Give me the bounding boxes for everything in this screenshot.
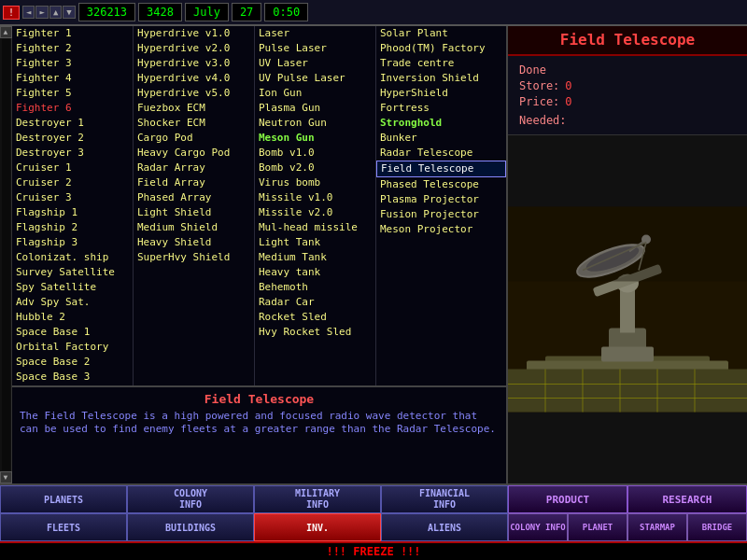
list-item[interactable]: Fusion Projector: [376, 207, 506, 222]
list-item[interactable]: Hyperdrive v2.0: [134, 41, 254, 56]
arrow-left[interactable]: ◄: [22, 6, 35, 19]
list-item[interactable]: Phood(TM) Factory: [376, 41, 506, 56]
list-item[interactable]: Ion Gun: [255, 86, 375, 101]
list-item[interactable]: Space Base 3: [12, 370, 133, 385]
list-item[interactable]: Missile v1.0: [255, 190, 375, 205]
planet-btn[interactable]: PLANET: [568, 513, 627, 541]
list-item[interactable]: Rocket Sled: [255, 310, 375, 325]
list-item[interactable]: Colonizat. ship: [12, 250, 133, 265]
list-item[interactable]: Solar Plant: [376, 26, 506, 41]
list-item[interactable]: Light Shield: [134, 205, 254, 220]
list-item[interactable]: Fighter 4: [12, 71, 133, 86]
list-item[interactable]: Bomb v1.0: [255, 146, 375, 161]
list-item[interactable]: SuperHvy Shield: [134, 250, 254, 265]
list-item[interactable]: Heavy Cargo Pod: [134, 146, 254, 161]
list-item[interactable]: Stronghold: [376, 116, 506, 131]
list-item[interactable]: Survey Satellite: [12, 265, 133, 280]
arrow-down[interactable]: ▼: [63, 6, 75, 19]
col2: Hyperdrive v1.0Hyperdrive v2.0Hyperdrive…: [134, 26, 255, 385]
list-item[interactable]: Flagship 2: [12, 220, 133, 235]
list-item[interactable]: Space Base 1: [12, 325, 133, 340]
list-item[interactable]: Meson Gun: [255, 131, 375, 146]
list-item[interactable]: Fighter 5: [12, 86, 133, 101]
list-item[interactable]: Hvy Rocket Sled: [255, 325, 375, 340]
list-item[interactable]: Fuezbox ECM: [134, 101, 254, 116]
list-item[interactable]: Cruiser 3: [12, 190, 133, 205]
list-item[interactable]: Fighter 2: [12, 41, 133, 56]
colony-info-2-btn[interactable]: COLONY INFO: [508, 513, 568, 541]
buildings-btn[interactable]: BUILDINGS: [127, 513, 254, 541]
list-item[interactable]: Hyperdrive v4.0: [134, 71, 254, 86]
list-item[interactable]: Radar Telescope: [376, 146, 506, 161]
list-item[interactable]: Flagship 1: [12, 205, 133, 220]
list-item[interactable]: Adv Spy Sat.: [12, 295, 133, 310]
list-item[interactable]: Space Base 2: [12, 355, 133, 370]
aliens-btn[interactable]: ALIENS: [381, 513, 508, 541]
list-item[interactable]: Medium Tank: [255, 250, 375, 265]
list-item[interactable]: Fighter 3: [12, 56, 133, 71]
list-item[interactable]: Fighter 6: [12, 101, 133, 116]
list-item[interactable]: Cruiser 2: [12, 175, 133, 190]
list-item[interactable]: UV Pulse Laser: [255, 71, 375, 86]
list-item[interactable]: Trade centre: [376, 56, 506, 71]
list-item[interactable]: Phased Telescope: [376, 177, 506, 192]
list-item[interactable]: Hyperdrive v1.0: [134, 26, 254, 41]
list-item[interactable]: Neutron Gun: [255, 116, 375, 131]
list-item[interactable]: Shocker ECM: [134, 116, 254, 131]
list-item[interactable]: Hyperdrive v3.0: [134, 56, 254, 71]
military-info-btn[interactable]: MILITARYINFO: [254, 485, 381, 513]
freeze-text: !!! FREEZE !!!: [326, 545, 420, 558]
list-item[interactable]: Destroyer 1: [12, 116, 133, 131]
list-item[interactable]: Bunker: [376, 131, 506, 146]
list-item[interactable]: Behemoth: [255, 280, 375, 295]
list-item[interactable]: Mul-head missile: [255, 220, 375, 235]
list-item[interactable]: HyperShield: [376, 86, 506, 101]
list-item[interactable]: Plasma Gun: [255, 101, 375, 116]
list-item[interactable]: Spy Satellite: [12, 280, 133, 295]
list-item[interactable]: Heavy tank: [255, 265, 375, 280]
list-item[interactable]: Missile v2.0: [255, 205, 375, 220]
red-exclaim-btn[interactable]: !: [3, 6, 20, 20]
list-item[interactable]: Radar Array: [134, 161, 254, 175]
list-item[interactable]: Phased Array: [134, 190, 254, 205]
arrow-right[interactable]: ►: [35, 6, 48, 19]
list-item[interactable]: UV Laser: [255, 56, 375, 71]
list-item[interactable]: Flagship 3: [12, 235, 133, 250]
scroll-up[interactable]: ▲: [0, 26, 12, 38]
list-item[interactable]: Hubble 2: [12, 310, 133, 325]
inv-btn[interactable]: INV.: [254, 513, 381, 541]
list-item[interactable]: Plasma Projector: [376, 192, 506, 207]
planets-btn[interactable]: PLANETS: [0, 485, 127, 513]
list-item[interactable]: Destroyer 3: [12, 146, 133, 161]
price-row: Price: 0: [519, 95, 736, 108]
arrow-up[interactable]: ▲: [49, 6, 62, 19]
list-item[interactable]: Cargo Pod: [134, 131, 254, 146]
list-item[interactable]: Inversion Shield: [376, 71, 506, 86]
financial-info-btn[interactable]: FINANCIALINFO: [381, 485, 508, 513]
list-item[interactable]: Destroyer 2: [12, 131, 133, 146]
right-info-area: Done Store: 0 Price: 0 Needed:: [508, 56, 747, 134]
list-item[interactable]: Field Array: [134, 175, 254, 190]
bridge-btn[interactable]: BRIDGE: [687, 513, 747, 541]
product-btn[interactable]: PRODUCT: [508, 485, 627, 513]
starmap-btn[interactable]: STARMAP: [627, 513, 687, 541]
list-item[interactable]: Field Telescope: [376, 161, 506, 177]
list-item[interactable]: Radar Car: [255, 295, 375, 310]
list-item[interactable]: Light Tank: [255, 235, 375, 250]
research-btn[interactable]: RESEARCH: [627, 485, 747, 513]
colony-info-btn[interactable]: COLONYINFO: [127, 485, 254, 513]
list-item[interactable]: Hyperdrive v5.0: [134, 86, 254, 101]
list-item[interactable]: Pulse Laser: [255, 41, 375, 56]
fleets-btn[interactable]: FLEETS: [0, 513, 127, 541]
list-item[interactable]: Laser: [255, 26, 375, 41]
list-item[interactable]: Virus bomb: [255, 175, 375, 190]
list-item[interactable]: Orbital Factory: [12, 340, 133, 355]
list-item[interactable]: Meson Projector: [376, 222, 506, 237]
list-item[interactable]: Bomb v2.0: [255, 161, 375, 175]
scroll-down[interactable]: ▼: [0, 471, 12, 483]
list-item[interactable]: Heavy Shield: [134, 235, 254, 250]
list-item[interactable]: Fortress: [376, 101, 506, 116]
list-item[interactable]: Fighter 1: [12, 26, 133, 41]
list-item[interactable]: Medium Shield: [134, 220, 254, 235]
list-item[interactable]: Cruiser 1: [12, 161, 133, 175]
